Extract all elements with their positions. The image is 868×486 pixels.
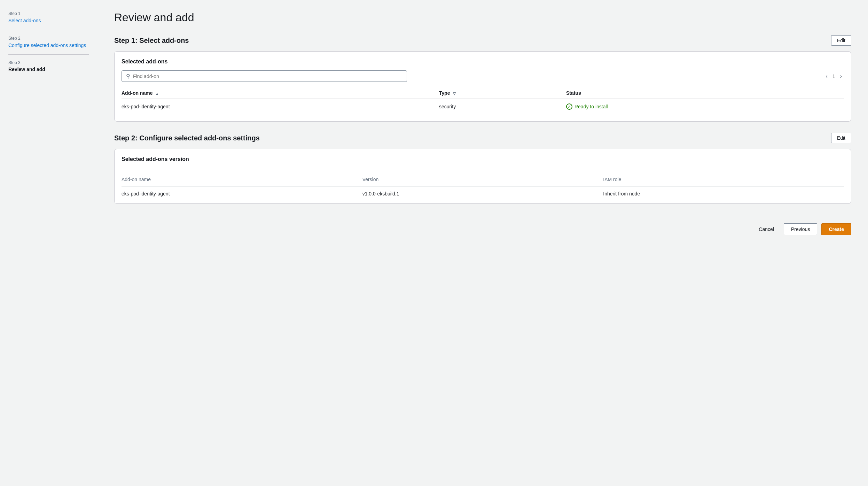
step2-link[interactable]: Configure selected add-ons settings bbox=[8, 42, 89, 49]
version-table-header: Add-on name Version IAM role bbox=[122, 174, 844, 187]
step2-panel: Selected add-ons version Add-on name Ver… bbox=[114, 149, 851, 204]
sort-type-icon[interactable]: ▽ bbox=[453, 92, 456, 95]
sidebar-step-3: Step 3 Review and add bbox=[8, 60, 89, 72]
step3-label: Step 3 bbox=[8, 60, 89, 65]
step2-label: Step 2 bbox=[8, 36, 89, 41]
step1-link[interactable]: Select add-ons bbox=[8, 17, 89, 24]
addons-table-head: Add-on name ▲ Type ▽ Status bbox=[122, 87, 844, 99]
step2-edit-button[interactable]: Edit bbox=[831, 133, 851, 143]
row-type: security bbox=[439, 99, 566, 114]
sidebar-step-1: Step 1 Select add-ons bbox=[8, 11, 89, 24]
step2-section-header: Step 2: Configure selected add-ons setti… bbox=[114, 133, 851, 143]
col-status: Status bbox=[566, 87, 844, 99]
step2-panel-title: Selected add-ons version bbox=[122, 156, 844, 162]
version-col-header-version: Version bbox=[362, 177, 603, 182]
row-status: ✓ Ready to install bbox=[566, 99, 844, 114]
step3-current: Review and add bbox=[8, 67, 45, 72]
col-type: Type ▽ bbox=[439, 87, 566, 99]
step1-panel-title: Selected add-ons bbox=[122, 59, 844, 65]
addons-table: Add-on name ▲ Type ▽ Status bbox=[122, 87, 844, 114]
version-divider bbox=[122, 168, 844, 168]
search-wrapper[interactable]: ⚲ bbox=[122, 70, 407, 82]
main-content: Review and add Step 1: Select add-ons Ed… bbox=[97, 0, 868, 486]
step2-section-title: Step 2: Configure selected add-ons setti… bbox=[114, 134, 260, 142]
pagination-prev-button[interactable]: ‹ bbox=[824, 72, 830, 80]
pagination: ‹ 1 › bbox=[824, 72, 844, 80]
sort-addon-name-icon[interactable]: ▲ bbox=[155, 92, 159, 95]
page-layout: Step 1 Select add-ons Step 2 Configure s… bbox=[0, 0, 868, 486]
search-input[interactable] bbox=[133, 74, 402, 79]
step1-edit-button[interactable]: Edit bbox=[831, 35, 851, 46]
version-value: v1.0.0-eksbuild.1 bbox=[362, 191, 603, 196]
addons-table-body: eks-pod-identity-agent security ✓ Ready … bbox=[122, 99, 844, 114]
addons-table-header-row: Add-on name ▲ Type ▽ Status bbox=[122, 87, 844, 99]
table-row: eks-pod-identity-agent security ✓ Ready … bbox=[122, 99, 844, 114]
status-ready: ✓ Ready to install bbox=[566, 103, 840, 110]
status-check-icon: ✓ bbox=[566, 103, 572, 110]
step-divider-2 bbox=[8, 54, 89, 55]
create-button[interactable]: Create bbox=[821, 223, 851, 235]
pagination-current: 1 bbox=[832, 74, 835, 79]
version-col-header-iam: IAM role bbox=[603, 177, 844, 182]
cancel-button[interactable]: Cancel bbox=[753, 224, 780, 235]
version-row: eks-pod-identity-agent v1.0.0-eksbuild.1… bbox=[122, 191, 844, 196]
step-divider-1 bbox=[8, 30, 89, 30]
sidebar: Step 1 Select add-ons Step 2 Configure s… bbox=[0, 0, 97, 486]
step1-section-header: Step 1: Select add-ons Edit bbox=[114, 35, 851, 46]
previous-button[interactable]: Previous bbox=[784, 223, 817, 235]
search-row: ⚲ ‹ 1 › bbox=[122, 70, 844, 82]
version-iam-role: Inherit from node bbox=[603, 191, 844, 196]
version-addon-name: eks-pod-identity-agent bbox=[122, 191, 362, 196]
pagination-next-button[interactable]: › bbox=[838, 72, 844, 80]
step2-section: Step 2: Configure selected add-ons setti… bbox=[114, 133, 851, 204]
status-text: Ready to install bbox=[574, 104, 608, 109]
version-col-header-name: Add-on name bbox=[122, 177, 362, 182]
sidebar-step-2: Step 2 Configure selected add-ons settin… bbox=[8, 36, 89, 49]
footer-actions: Cancel Previous Create bbox=[114, 215, 851, 235]
col-addon-name: Add-on name ▲ bbox=[122, 87, 439, 99]
step1-panel: Selected add-ons ⚲ ‹ 1 › bbox=[114, 51, 851, 122]
row-addon-name: eks-pod-identity-agent bbox=[122, 99, 439, 114]
step1-label: Step 1 bbox=[8, 11, 89, 16]
step1-section: Step 1: Select add-ons Edit Selected add… bbox=[114, 35, 851, 122]
step1-section-title: Step 1: Select add-ons bbox=[114, 37, 189, 45]
search-icon: ⚲ bbox=[126, 73, 130, 79]
page-title: Review and add bbox=[114, 11, 851, 24]
